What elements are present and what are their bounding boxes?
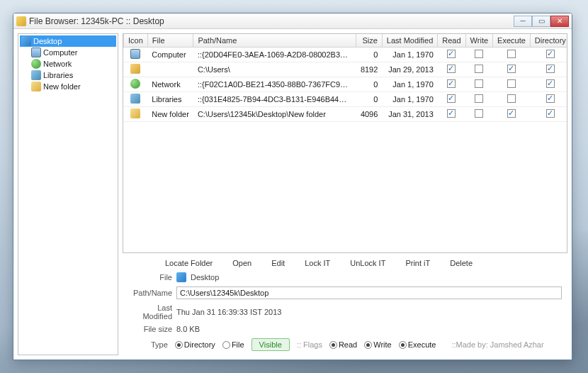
tree-item-libraries[interactable]: Libraries — [20, 69, 116, 81]
size-value: 8.0 KB — [176, 325, 562, 333]
column-header[interactable]: File — [147, 34, 193, 48]
path-input[interactable] — [176, 286, 562, 299]
checkbox-icon — [507, 94, 516, 103]
cell-read — [438, 77, 465, 92]
computer-icon — [130, 49, 140, 59]
minimize-button[interactable]: ─ — [514, 16, 532, 27]
action-unlock-it[interactable]: UnLock IT — [350, 259, 385, 267]
action-open[interactable]: Open — [232, 259, 251, 267]
folder-icon — [31, 82, 41, 91]
table-header-row[interactable]: IconFilePath/NameSizeLast ModifiedReadWr… — [124, 34, 568, 48]
window-title: File Browser: 12345k-PC :: Desktop — [29, 16, 514, 26]
column-header[interactable]: Directory — [530, 34, 567, 48]
libraries-icon — [31, 70, 41, 80]
table-row[interactable]: C:\Users\ 8192 Jan 29, 2013 — [124, 62, 568, 77]
column-header[interactable]: Read — [438, 34, 465, 48]
bottom-bar: Type Directory File Visible :: Flags Rea… — [123, 335, 567, 355]
radio-write[interactable]: Write — [364, 340, 391, 350]
checkbox-icon — [475, 50, 483, 58]
cell-size: 8192 — [356, 62, 382, 77]
cell-file: Libraries — [147, 92, 193, 107]
cell-directory — [530, 48, 567, 62]
cell-directory — [530, 77, 567, 92]
tree-root-desktop[interactable]: Desktop — [20, 35, 116, 47]
cell-modified: Jan 29, 2013 — [382, 62, 437, 77]
checkbox-icon — [475, 79, 483, 88]
tree-label: New folder — [43, 82, 81, 91]
desktop-icon — [21, 36, 31, 46]
action-edit[interactable]: Edit — [271, 259, 285, 267]
cell-execute — [493, 62, 531, 77]
detail-size-row: File size 8.0 KB — [123, 323, 567, 335]
checkbox-icon — [475, 65, 483, 73]
cell-file: Computer — [147, 48, 193, 62]
radio-file[interactable]: File — [222, 340, 244, 350]
modified-label: Last Modified — [128, 304, 172, 321]
table-body: Computer ::{20D04FE0-3AEA-1069-A2D8-0800… — [124, 48, 568, 122]
action-delete[interactable]: Delete — [450, 259, 473, 267]
column-header[interactable]: Size — [356, 34, 382, 48]
radio-directory[interactable]: Directory — [175, 340, 215, 350]
file-grid[interactable]: IconFilePath/NameSizeLast ModifiedReadWr… — [123, 33, 567, 253]
network-icon — [130, 79, 140, 89]
modified-value: Thu Jan 31 16:39:33 IST 2013 — [176, 308, 562, 316]
table-row[interactable]: Computer ::{20D04FE0-3AEA-1069-A2D8-0800… — [124, 48, 568, 62]
column-header[interactable]: Write — [465, 34, 492, 48]
made-by-label: ::Made by: Jamshed Azhar — [451, 340, 543, 349]
app-icon — [16, 16, 26, 26]
action-lock-it[interactable]: Lock IT — [305, 259, 330, 267]
cell-modified: Jan 1, 1970 — [382, 92, 437, 107]
file-table: IconFilePath/NameSizeLast ModifiedReadWr… — [123, 34, 567, 122]
checkbox-icon — [447, 94, 456, 103]
cell-size: 4096 — [356, 107, 382, 122]
cell-read — [438, 62, 465, 77]
detail-modified-row: Last Modified Thu Jan 31 16:39:33 IST 20… — [123, 301, 567, 323]
checkbox-icon — [546, 65, 555, 73]
cell-size: 0 — [356, 92, 382, 107]
flags-label: :: Flags — [297, 340, 322, 349]
column-header[interactable]: Last Modified — [382, 34, 437, 48]
cell-path: ::{031E4825-7B94-4DC3-B131-E946B44C8D... — [193, 92, 356, 107]
titlebar[interactable]: File Browser: 12345k-PC :: Desktop ─ ▭ ✕ — [13, 13, 572, 29]
file-value: Desktop — [191, 273, 562, 282]
tree-label: Desktop — [33, 37, 62, 45]
cell-modified: Jan 1, 1970 — [382, 48, 437, 62]
tree-label: Libraries — [43, 71, 73, 79]
radio-read[interactable]: Read — [329, 340, 357, 350]
user-icon — [130, 64, 140, 74]
close-button[interactable]: ✕ — [550, 16, 569, 27]
table-row[interactable]: New folder C:\Users\12345k\Desktop\New f… — [124, 107, 568, 122]
action-locate-folder[interactable]: Locate Folder — [165, 259, 213, 267]
window-controls: ─ ▭ ✕ — [514, 16, 569, 27]
table-row[interactable]: Network ::{F02C1A0D-BE21-4350-88B0-7367F… — [124, 77, 568, 92]
checkbox-icon — [546, 94, 555, 103]
column-header[interactable]: Execute — [493, 34, 531, 48]
cell-size: 0 — [356, 77, 382, 92]
visible-button[interactable]: Visible — [251, 338, 290, 351]
radio-execute[interactable]: Execute — [399, 340, 436, 350]
checkbox-icon — [447, 50, 456, 58]
tree-item-computer[interactable]: Computer — [20, 47, 116, 58]
checkbox-icon — [507, 109, 516, 118]
tree-item-newfolder[interactable]: New folder — [20, 81, 116, 92]
libraries-icon — [130, 94, 140, 104]
cell-size: 0 — [356, 48, 382, 62]
checkbox-icon — [475, 109, 483, 118]
cell-write — [465, 77, 492, 92]
cell-directory — [530, 62, 567, 77]
maximize-button[interactable]: ▭ — [532, 16, 550, 27]
cell-write — [465, 92, 492, 107]
column-header[interactable]: Path/Name — [193, 34, 356, 48]
cell-path: C:\Users\ — [193, 62, 356, 77]
folder-tree[interactable]: Desktop Computer Network Libraries New f… — [18, 33, 118, 355]
cell-directory — [530, 107, 567, 122]
cell-path: ::{F02C1A0D-BE21-4350-88B0-7367FC96EF... — [193, 77, 356, 92]
action-print-it[interactable]: Print iT — [405, 259, 430, 267]
content-area: Desktop Computer Network Libraries New f… — [13, 29, 572, 360]
checkbox-icon — [507, 65, 516, 73]
cell-execute — [493, 92, 531, 107]
checkbox-icon — [546, 79, 555, 88]
tree-item-network[interactable]: Network — [20, 58, 116, 69]
column-header[interactable]: Icon — [124, 34, 148, 48]
table-row[interactable]: Libraries ::{031E4825-7B94-4DC3-B131-E94… — [124, 92, 568, 107]
